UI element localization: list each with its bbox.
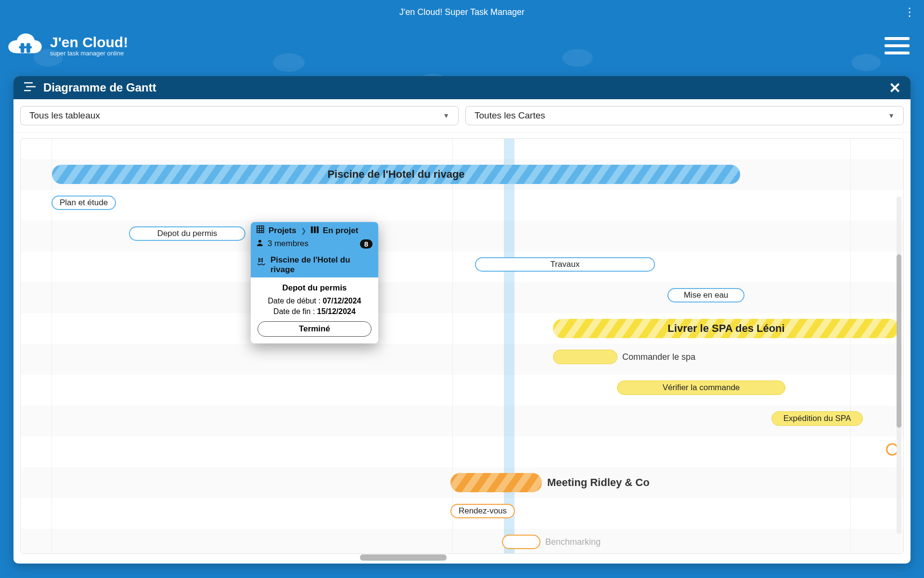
svg-rect-6 <box>257 226 264 233</box>
svg-rect-11 <box>311 226 313 233</box>
gantt-task-rdv[interactable]: Rendez-vous <box>450 504 515 518</box>
gantt-chart[interactable]: Piscine de l'Hotel du rivage Plan et étu… <box>20 138 904 554</box>
gantt-task-permis[interactable]: Depot du permis <box>129 226 245 241</box>
task-label-ext: Commander le spa <box>622 347 695 367</box>
app-header: J'en Cloud! super task manager online <box>0 24 924 67</box>
logo[interactable]: J'en Cloud! super task manager online <box>6 33 128 59</box>
cloud-logo-icon <box>6 33 44 59</box>
gantt-group-spa[interactable]: Livrer le SPA des Léoni <box>553 319 899 338</box>
task-label: Expédition du SPA <box>783 414 851 423</box>
group-label: Livrer le SPA des Léoni <box>667 322 784 335</box>
gantt-task-plan[interactable]: Plan et étude <box>51 196 116 210</box>
task-label-ext: Benchmarking <box>545 532 601 552</box>
chevron-right-icon: ❯ <box>301 227 307 235</box>
kebab-menu-icon[interactable]: ⋮ <box>904 5 914 19</box>
gantt-group-piscine[interactable]: Piscine de l'Hotel du rivage <box>52 165 740 184</box>
gantt-task-commander-spa[interactable] <box>553 350 617 364</box>
cards-select-value: Toutes les Cartes <box>475 110 545 121</box>
app-title: J'en Cloud! Super Task Manager <box>399 7 525 17</box>
gantt-chart-area: Piscine de l'Hotel du rivage Plan et étu… <box>13 132 911 564</box>
titlebar: J'en Cloud! Super Task Manager ⋮ <box>0 0 924 24</box>
panel-header: Diagramme de Gantt ✕ <box>13 76 911 99</box>
horizontal-scrollbar[interactable] <box>23 554 901 561</box>
hamburger-menu-icon[interactable] <box>885 37 910 54</box>
gantt-panel: Diagramme de Gantt ✕ Tous les tableaux ▼… <box>13 76 911 564</box>
chevron-down-icon: ▼ <box>888 112 895 119</box>
tooltip-crumb-1: Projets <box>269 226 296 236</box>
scrollbar-thumb[interactable] <box>360 554 447 561</box>
task-label: Travaux <box>551 260 580 269</box>
task-label: Vérifier la commande <box>663 383 740 393</box>
svg-point-14 <box>258 240 261 243</box>
pool-icon <box>257 256 266 268</box>
brand-tagline: super task manager online <box>50 50 128 57</box>
brand-name: J'en Cloud! <box>50 35 128 50</box>
group-label-ext: Meeting Ridley & Co <box>547 473 650 492</box>
logo-text: J'en Cloud! super task manager online <box>50 35 128 57</box>
task-label: Depot du permis <box>157 229 218 238</box>
svg-rect-2 <box>19 46 32 49</box>
tooltip-task: Depot du permis <box>257 283 372 293</box>
close-icon[interactable]: ✕ <box>889 79 901 96</box>
gantt-task-expedition[interactable]: Expédition du SPA <box>771 411 863 426</box>
vertical-scrollbar[interactable] <box>897 197 901 534</box>
tooltip-crumb-2: En projet <box>323 226 359 236</box>
scrollbar-thumb[interactable] <box>897 254 901 428</box>
gantt-group-meeting[interactable] <box>450 473 542 492</box>
tooltip-badge: 8 <box>360 239 372 249</box>
task-label: Mise en eau <box>684 290 729 300</box>
task-label: Plan et étude <box>60 198 108 208</box>
filter-bar: Tous les tableaux ▼ Toutes les Cartes ▼ <box>13 99 911 132</box>
gantt-task-travaux[interactable]: Travaux <box>475 257 655 272</box>
task-label: Rendez-vous <box>459 506 507 516</box>
boards-select-value: Tous les tableaux <box>29 110 100 121</box>
panel-title: Diagramme de Gantt <box>43 81 156 94</box>
gantt-task-bench[interactable] <box>502 535 540 549</box>
gantt-task-mise-en-eau[interactable]: Mise en eau <box>667 288 744 302</box>
grid-icon <box>257 225 264 236</box>
gantt-icon <box>23 81 37 94</box>
task-tooltip: Projets ❯ En projet 3 membres 8 Piscine … <box>251 222 378 343</box>
svg-rect-13 <box>317 226 319 233</box>
cards-select[interactable]: Toutes les Cartes ▼ <box>465 106 904 125</box>
tooltip-dates: Date de début : 07/12/2024 Date de fin :… <box>257 296 372 316</box>
tooltip-members: 3 membres <box>268 239 308 249</box>
boards-select[interactable]: Tous les tableaux ▼ <box>20 106 459 125</box>
columns-icon <box>311 226 319 236</box>
user-icon <box>257 239 263 249</box>
gantt-task-verifier[interactable]: Vérifier la commande <box>617 381 785 395</box>
tooltip-status: Terminé <box>257 321 372 337</box>
chevron-down-icon: ▼ <box>443 112 449 119</box>
svg-rect-12 <box>314 226 316 233</box>
tooltip-project: Piscine de l'Hotel du rivage <box>270 255 372 274</box>
group-label: Piscine de l'Hotel du rivage <box>327 168 464 181</box>
